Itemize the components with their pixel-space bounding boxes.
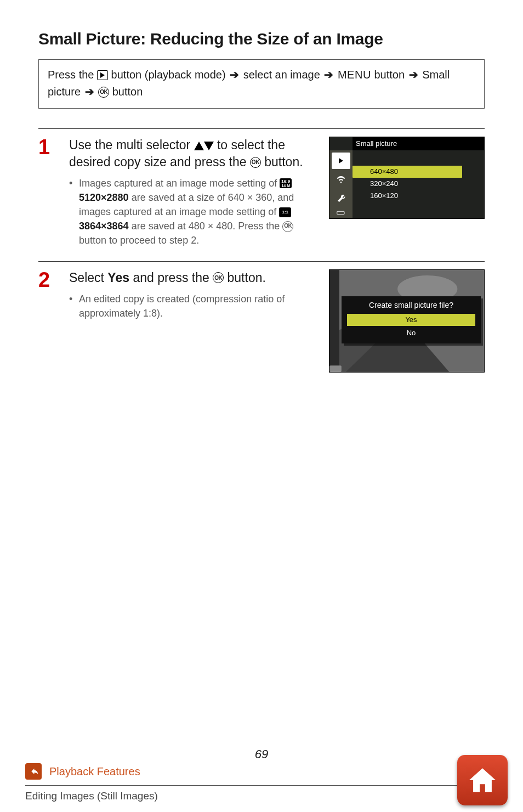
menu-button-label: MENU [338, 69, 371, 81]
text: 5120×2880 [79, 192, 129, 203]
playback-tab [332, 153, 350, 169]
step-text: Select [69, 270, 107, 285]
dialog-option-yes: Yes [347, 314, 475, 326]
path-text: button [374, 69, 405, 81]
path-text: select an image [243, 69, 320, 81]
step-2: 2 Select Yes and press the OK button. [38, 261, 485, 386]
arrow-icon: ➔ [229, 69, 240, 81]
ok-icon: OK [98, 87, 109, 98]
step-bullet: Images captured at an image mode setting… [79, 176, 317, 247]
size-option: 320×240 [353, 178, 484, 190]
step-text: Yes [107, 270, 129, 285]
arrow-icon: ➔ [84, 86, 95, 98]
svg-rect-4 [329, 365, 342, 372]
bullet-icon: • [69, 176, 79, 247]
more-tab [332, 208, 350, 217]
arrow-icon: ➔ [323, 69, 334, 81]
step-text: and press the [133, 270, 213, 285]
breadcrumb-subsection: Editing Images (Still Images) [25, 790, 498, 802]
ok-icon: OK [213, 272, 224, 283]
breadcrumb[interactable]: Playback Features [25, 763, 498, 780]
size-option: 640×480 [353, 166, 462, 178]
text: are saved at 480 × 480. Press the [132, 221, 283, 232]
page-number: 69 [0, 747, 523, 762]
text: Images captured at an image mode setting… [79, 178, 280, 189]
dialog-title: Create small picture file? [342, 296, 481, 313]
step-text: Use the multi selector [69, 138, 194, 152]
step-1: 1 Use the multi selector to select the d… [38, 128, 485, 261]
breadcrumb-section[interactable]: Playback Features [49, 765, 140, 778]
size-option: 160×120 [353, 190, 484, 202]
down-icon [204, 142, 214, 150]
step-heading: Use the multi selector to select the des… [69, 137, 317, 171]
page-title: Small Picture: Reducing the Size of an I… [38, 30, 485, 48]
size-option-list: 640×480 320×240 160×120 [353, 150, 484, 218]
confirm-dialog: Create small picture file? Yes No [342, 296, 481, 343]
svg-rect-0 [337, 211, 344, 214]
ok-icon: OK [282, 221, 293, 232]
step-text: button. [228, 270, 266, 285]
bullet-icon: • [69, 292, 79, 320]
menu-title: Small picture [353, 137, 484, 150]
navigation-path: Press the button (playback mode) ➔ selec… [38, 59, 485, 109]
menu-sidebar [329, 150, 353, 218]
screenshot-small-picture-menu: Small picture 640×480 320×240 [329, 137, 485, 219]
wifi-tab [332, 171, 350, 188]
step-number: 2 [38, 269, 69, 290]
path-text: button (playback mode) [111, 69, 226, 81]
step-text: button. [264, 155, 303, 169]
setup-tab [332, 190, 350, 206]
home-button[interactable] [457, 755, 508, 805]
aspect-11-icon: 1:1 [279, 207, 291, 217]
screenshot-confirm-dialog: Create small picture file? Yes No [329, 269, 485, 373]
up-icon [194, 142, 204, 150]
ok-icon: OK [250, 157, 261, 168]
svg-rect-3 [329, 270, 339, 372]
path-text: button [112, 86, 143, 98]
text: button to proceed to step 2. [79, 235, 199, 246]
step-heading: Select Yes and press the OK button. [69, 269, 317, 286]
playback-icon [97, 70, 108, 80]
back-icon[interactable] [25, 763, 42, 780]
path-text: Press the [48, 69, 97, 81]
step-number: 1 [38, 137, 69, 157]
arrow-icon: ➔ [408, 69, 419, 81]
aspect-169-icon: 16:914 M [280, 178, 292, 188]
dialog-option-no: No [347, 327, 475, 339]
text: 3864×3864 [79, 221, 129, 232]
step-bullet: An edited copy is created (compression r… [79, 292, 317, 320]
